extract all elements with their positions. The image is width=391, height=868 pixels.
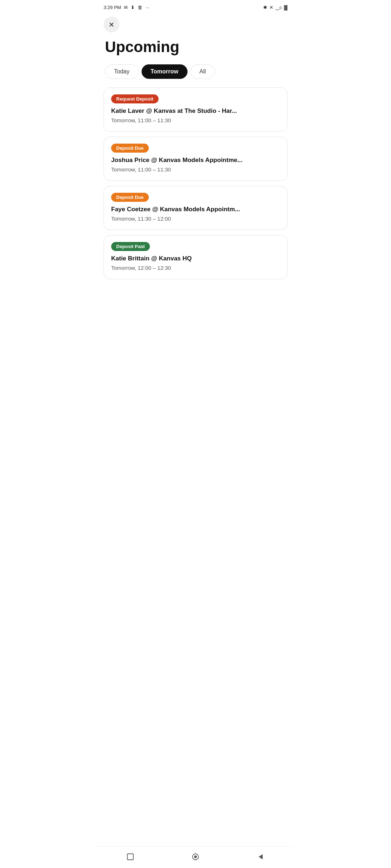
tab-tomorrow[interactable]: Tomorrow [142, 64, 188, 79]
card-time-3: Tomorrow, 11:30 – 12:00 [111, 216, 280, 222]
card-time-4: Tomorrow, 12:00 – 12:30 [111, 265, 280, 271]
wifi-icon: ‿⌽ [276, 5, 282, 10]
appointment-card-2[interactable]: Deposit Due Joshua Price @ Kanvas Models… [104, 137, 287, 181]
status-right: ✱ ✕ ‿⌽ ▓ [263, 5, 287, 10]
trash-icon: 🗑 [138, 5, 142, 10]
close-button[interactable] [104, 17, 119, 33]
bluetooth-icon: ✱ [263, 5, 267, 10]
appointment-card-1[interactable]: Request Deposit Katie Laver @ Kanvas at … [104, 88, 287, 132]
battery-icon: ▓ [284, 5, 287, 10]
badge-4: Deposit Paid [111, 242, 150, 251]
xmark-icon: ✕ [269, 5, 273, 10]
page-title: Upcoming [98, 35, 293, 61]
mail-icon: ✉ [124, 5, 128, 10]
appointment-card-4[interactable]: Deposit Paid Katie Brittain @ Kanvas HQ … [104, 235, 287, 279]
status-left: 3:29 PM ✉ ⬇ 🗑 ··· [104, 5, 149, 10]
card-time-1: Tomorrow, 11:00 – 11:30 [111, 117, 280, 123]
time-label: 3:29 PM [104, 5, 121, 10]
card-time-2: Tomorrow, 11:00 – 11:30 [111, 166, 280, 173]
card-title-2: Joshua Price @ Kanvas Models Appointme..… [111, 156, 280, 164]
more-icon: ··· [145, 5, 149, 10]
card-title-3: Faye Coetzee @ Kanvas Models Appointm... [111, 205, 280, 213]
badge-2: Deposit Due [111, 144, 149, 153]
tab-today[interactable]: Today [105, 64, 139, 79]
download-icon: ⬇ [131, 5, 135, 10]
card-title-4: Katie Brittain @ Kanvas HQ [111, 255, 280, 263]
badge-1: Request Deposit [111, 94, 159, 103]
appointment-card-3[interactable]: Deposit Due Faye Coetzee @ Kanvas Models… [104, 186, 287, 230]
cards-container: Request Deposit Katie Laver @ Kanvas at … [98, 86, 293, 281]
badge-3: Deposit Due [111, 193, 149, 202]
card-title-1: Katie Laver @ Kanvas at The Studio - Har… [111, 107, 280, 115]
tab-all[interactable]: All [190, 64, 215, 79]
tab-bar: Today Tomorrow All [98, 61, 293, 86]
status-bar: 3:29 PM ✉ ⬇ 🗑 ··· ✱ ✕ ‿⌽ ▓ [98, 0, 293, 13]
